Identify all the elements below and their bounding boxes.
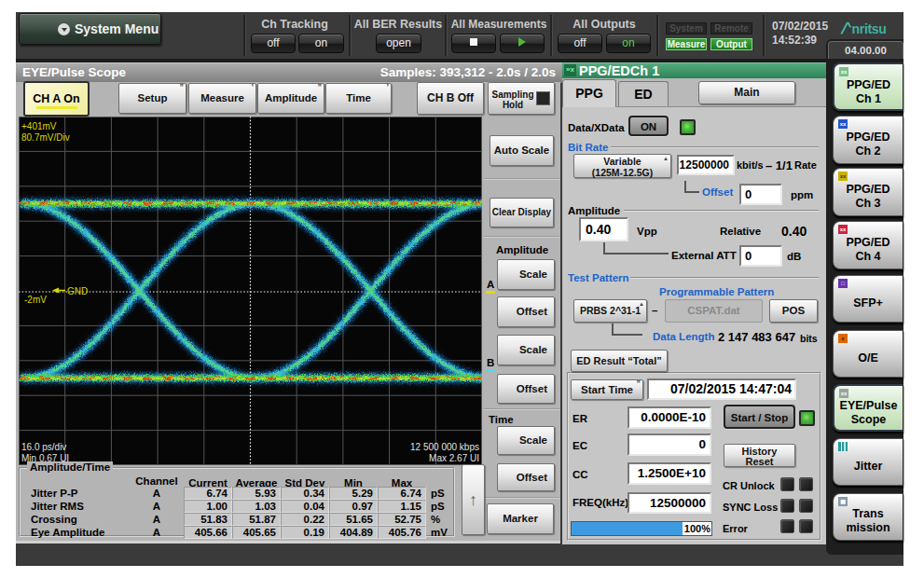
svg-text:80.7mV/Div: 80.7mV/Div bbox=[21, 132, 70, 143]
svg-text:16.0 ps/div: 16.0 ps/div bbox=[21, 442, 66, 452]
svg-text:-2mV: -2mV bbox=[24, 295, 47, 305]
svg-text:nritsu: nritsu bbox=[852, 21, 887, 36]
svg-text:GND: GND bbox=[67, 286, 88, 296]
svg-text:12 500 000 kbps: 12 500 000 kbps bbox=[410, 442, 479, 452]
svg-text:+401mV: +401mV bbox=[21, 121, 57, 131]
svg-text:Max 2.67 UI: Max 2.67 UI bbox=[429, 453, 479, 463]
